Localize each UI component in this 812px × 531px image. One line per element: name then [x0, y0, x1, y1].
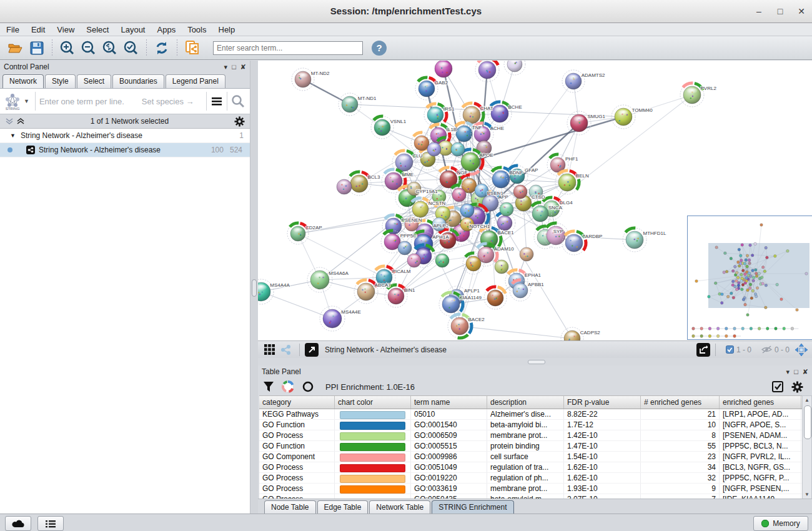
tab-network-table[interactable]: Network Table: [369, 500, 430, 514]
zoom-in-icon[interactable]: [59, 39, 76, 57]
task-history-button[interactable]: [37, 516, 64, 531]
table-row[interactable]: GO ProcessGO:0051049regulation of tra...…: [259, 462, 802, 473]
help-icon[interactable]: ?: [372, 41, 387, 56]
tab-edge-table[interactable]: Edge Table: [317, 500, 369, 514]
network-node[interactable]: [398, 241, 412, 255]
query-options-icon[interactable]: [210, 96, 223, 106]
tab-legend-panel[interactable]: Legend Panel: [166, 74, 225, 88]
menu-item-help[interactable]: Help: [219, 25, 235, 34]
menu-item-layout[interactable]: Layout: [121, 25, 145, 34]
network-node[interactable]: [460, 204, 474, 217]
network-options-gear-icon[interactable]: [234, 116, 245, 127]
expand-all-icon[interactable]: [16, 117, 25, 125]
table-settings-gear-icon[interactable]: [791, 381, 803, 393]
zoom-fit-icon[interactable]: [101, 39, 119, 57]
scrollbar-thumb[interactable]: [804, 405, 811, 439]
grid-view-icon[interactable]: [264, 344, 275, 355]
set-species-link[interactable]: Set species →: [142, 97, 194, 106]
zoom-out-icon[interactable]: [80, 39, 97, 57]
zoom-selected-icon[interactable]: [122, 39, 140, 57]
collection-expander-icon[interactable]: ▼: [10, 132, 16, 139]
network-node[interactable]: [484, 287, 507, 309]
table-row[interactable]: KEGG Pathways05010Alzheimer's dise...8.8…: [259, 409, 802, 420]
table-panel-menu-icon[interactable]: ▾: [786, 368, 790, 376]
table-row[interactable]: GO ProcessGO:0033619membrane prot...1.93…: [259, 484, 802, 494]
column-header--enriched-genes[interactable]: # enriched genes: [641, 396, 720, 409]
open-file-icon[interactable]: [7, 39, 24, 57]
menu-item-apps[interactable]: Apps: [157, 25, 176, 34]
network-node[interactable]: [500, 202, 513, 216]
tab-style[interactable]: Style: [45, 74, 76, 88]
query-search-icon[interactable]: [231, 94, 245, 108]
save-session-icon[interactable]: [28, 39, 46, 57]
tab-network[interactable]: Network: [2, 74, 44, 88]
table-panel-close-icon[interactable]: ✘: [803, 368, 808, 376]
network-node[interactable]: [435, 61, 452, 77]
menu-item-tools[interactable]: Tools: [187, 25, 206, 34]
vertical-splitter-handle[interactable]: [252, 279, 257, 297]
network-node[interactable]: [513, 185, 527, 199]
string-logo-icon[interactable]: STRING: [3, 92, 22, 111]
network-node[interactable]: [435, 254, 449, 267]
network-node[interactable]: [337, 179, 352, 194]
panel-float-icon[interactable]: □: [232, 63, 236, 71]
pan-compass-icon[interactable]: [795, 343, 808, 357]
network-node[interactable]: [520, 247, 533, 261]
string-db-dropdown-icon[interactable]: ▼: [24, 98, 29, 104]
birds-eye-view[interactable]: [687, 216, 812, 340]
birdseye-toggle-icon[interactable]: [280, 344, 292, 355]
network-node[interactable]: [437, 229, 459, 252]
network-node[interactable]: [475, 61, 499, 82]
column-header-description[interactable]: description: [487, 396, 564, 409]
table-row[interactable]: GO ProcessGO:0006509membrane prot...1.42…: [259, 430, 802, 441]
network-node[interactable]: [407, 254, 421, 267]
table-panel-float-icon[interactable]: □: [794, 368, 798, 375]
horizontal-splitter-handle[interactable]: [528, 360, 545, 364]
network-row[interactable]: String Network - Alzheimer's disease 100…: [0, 143, 250, 157]
panel-menu-icon[interactable]: ▾: [224, 63, 228, 71]
network-node[interactable]: [475, 184, 488, 197]
tab-string-enrichment[interactable]: STRING Enrichment: [432, 500, 513, 514]
table-row[interactable]: GO ComponentGO:0009986cell surface1.54E-…: [259, 452, 802, 462]
menu-item-edit[interactable]: Edit: [31, 25, 45, 34]
memory-button[interactable]: Memory: [753, 516, 808, 531]
column-header-chart-color[interactable]: chart color: [335, 396, 411, 409]
column-header-FDR-p-value[interactable]: FDR p-value: [564, 396, 641, 409]
network-node[interactable]: [427, 142, 441, 156]
table-row[interactable]: GO FunctionGO:0005515protein binding1.47…: [259, 441, 802, 452]
maximize-button[interactable]: □: [770, 0, 791, 22]
scroll-up-icon[interactable]: ▲: [803, 396, 811, 404]
open-in-new-icon[interactable]: [305, 343, 319, 357]
column-header-enriched-genes[interactable]: enriched genes: [720, 396, 801, 409]
minimize-button[interactable]: –: [748, 0, 770, 22]
menu-item-select[interactable]: Select: [86, 25, 109, 34]
network-node[interactable]: [451, 142, 465, 156]
menu-item-view[interactable]: View: [57, 25, 74, 34]
column-header-term-name[interactable]: term name: [411, 396, 487, 409]
refresh-icon[interactable]: [153, 39, 171, 57]
string-query-input[interactable]: Enter one term per line.: [39, 97, 124, 106]
panel-close-icon[interactable]: ✘: [240, 63, 246, 71]
automation-cloud-button[interactable]: [5, 516, 31, 531]
collapse-all-icon[interactable]: [5, 117, 14, 125]
tab-select[interactable]: Select: [77, 74, 111, 88]
menu-item-file[interactable]: File: [6, 25, 19, 34]
scroll-down-icon[interactable]: ▼: [803, 490, 811, 499]
table-row[interactable]: GO FunctionGO:0001540beta-amyloid bi...1…: [259, 420, 802, 430]
chart-color-donut-icon[interactable]: [282, 380, 294, 393]
tab-boundaries[interactable]: Boundaries: [112, 74, 164, 88]
table-row[interactable]: GO ProcessGO:0019220regulation of ph...1…: [259, 473, 802, 484]
close-button[interactable]: ✕: [791, 0, 812, 22]
ring-style-icon[interactable]: [302, 380, 314, 393]
network-node[interactable]: [504, 61, 525, 75]
column-header-category[interactable]: category: [259, 396, 335, 409]
filter-icon[interactable]: [263, 381, 274, 392]
search-input[interactable]: [213, 41, 363, 55]
network-collection-row[interactable]: ▼ String Network - Alzheimer's disease 1: [0, 129, 250, 143]
select-columns-icon[interactable]: [772, 381, 784, 393]
export-network-icon[interactable]: [696, 343, 710, 357]
table-scrollbar[interactable]: ▲ ▼: [802, 395, 812, 499]
tab-node-table[interactable]: Node Table: [264, 500, 316, 514]
clone-network-icon[interactable]: [184, 39, 201, 57]
network-node[interactable]: [495, 260, 508, 274]
